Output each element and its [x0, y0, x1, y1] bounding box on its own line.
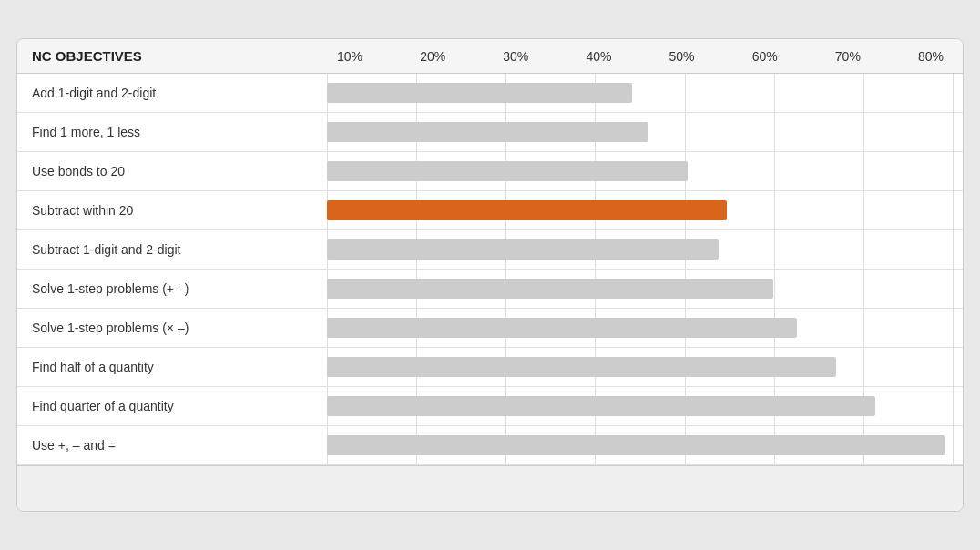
table-row: Subtract within 20 [17, 191, 963, 230]
header-label: NC OBJECTIVES [17, 48, 327, 64]
table-row: Find 1 more, 1 less [17, 113, 963, 152]
axis-label: 20% [410, 49, 455, 64]
chart-header: NC OBJECTIVES 10%20%30%40%50%60%70%80% [17, 39, 963, 74]
table-row: Use bonds to 20 [17, 152, 963, 191]
table-row: Use +, – and = [17, 426, 963, 465]
bar [327, 83, 632, 103]
bar-area [327, 309, 963, 347]
row-label: Find 1 more, 1 less [17, 125, 327, 139]
axis-label: 80% [908, 49, 954, 64]
axis-label: 50% [659, 49, 705, 64]
axis-label: 70% [825, 49, 871, 64]
row-label: Find quarter of a quantity [17, 399, 327, 413]
bar-area [327, 230, 963, 269]
table-row: Add 1-digit and 2-digit [17, 74, 963, 113]
bar [327, 318, 797, 338]
chart-footer [17, 465, 963, 511]
row-label: Use bonds to 20 [17, 164, 327, 178]
table-row: Solve 1-step problems (+ –) [17, 270, 963, 309]
bar [327, 357, 836, 377]
highlighted-bar [327, 200, 727, 220]
bar-area [327, 191, 963, 229]
table-row: Find half of a quantity [17, 348, 963, 387]
bar-area [327, 348, 963, 386]
bar [327, 122, 648, 142]
bar-area [327, 387, 963, 425]
row-label: Use +, – and = [17, 438, 327, 453]
bar [327, 161, 688, 181]
bar-area [327, 74, 963, 112]
axis-labels: 10%20%30%40%50%60%70%80% [327, 49, 963, 64]
row-label: Subtract within 20 [17, 203, 327, 218]
axis-label: 60% [742, 49, 788, 64]
row-label: Subtract 1-digit and 2-digit [17, 242, 327, 257]
row-label: Add 1-digit and 2-digit [17, 86, 327, 100]
table-row: Subtract 1-digit and 2-digit [17, 230, 963, 270]
bar [327, 396, 875, 416]
row-label: Solve 1-step problems (+ –) [17, 281, 327, 296]
bar [327, 435, 945, 455]
axis-label: 30% [493, 49, 538, 64]
row-label: Solve 1-step problems (× –) [17, 321, 327, 335]
bar [327, 239, 719, 260]
bar-area [327, 152, 963, 190]
table-row: Solve 1-step problems (× –) [17, 309, 963, 348]
chart-body: Add 1-digit and 2-digitFind 1 more, 1 le… [17, 74, 963, 465]
axis-label: 40% [576, 49, 621, 64]
bar-area [327, 113, 963, 151]
bar-area [327, 270, 963, 308]
axis-label: 10% [327, 49, 373, 64]
row-label: Find half of a quantity [17, 360, 327, 374]
bar [327, 279, 773, 299]
bar-area [327, 426, 963, 464]
table-row: Find quarter of a quantity [17, 387, 963, 426]
chart-container: NC OBJECTIVES 10%20%30%40%50%60%70%80% A… [16, 38, 964, 512]
